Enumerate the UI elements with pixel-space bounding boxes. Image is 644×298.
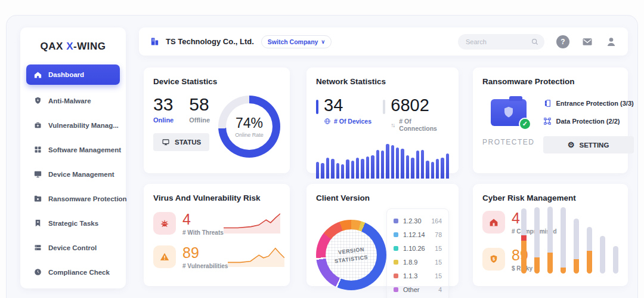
warning-icon bbox=[159, 251, 170, 262]
legend-label: 1.2.30 bbox=[403, 217, 422, 225]
bar bbox=[316, 162, 319, 179]
offline-label: Offline bbox=[189, 116, 210, 124]
legend-row: 1.12.1478 bbox=[394, 228, 442, 241]
shield-icon bbox=[501, 105, 516, 119]
setting-button[interactable]: ⚙ SETTING bbox=[543, 136, 634, 153]
card-title: Virus And Vulnerability Risk bbox=[153, 193, 280, 202]
bar bbox=[356, 158, 359, 179]
company-name: TS Technology Co., Ltd. bbox=[166, 37, 254, 46]
vulnerabilities-row: 89 # Vulnerabilities bbox=[153, 244, 280, 269]
card-title: Device Statistics bbox=[153, 77, 280, 86]
legend-value: 78 bbox=[435, 231, 442, 238]
legend-swatch bbox=[394, 246, 398, 251]
offline-value: 58 bbox=[189, 94, 210, 115]
version-legend: 1.2.301641.12.14781.10.26151.8.9151.1.31… bbox=[386, 208, 449, 298]
setting-button-label: SETTING bbox=[580, 142, 609, 149]
threats-sparkline bbox=[224, 211, 280, 236]
chevron-down-icon: ∨ bbox=[321, 39, 325, 45]
stacked-bar bbox=[574, 219, 579, 274]
sidebar-menu: DashboardAnti-MalwareVulnerability Manag… bbox=[20, 64, 126, 284]
help-icon[interactable]: ? bbox=[556, 35, 569, 48]
stacked-bar bbox=[547, 207, 553, 274]
sidebar-item-compliance-check[interactable]: Compliance Check bbox=[20, 260, 126, 284]
sidebar: QAX X-WING DashboardAnti-MalwareVulnerab… bbox=[20, 27, 126, 288]
bar bbox=[366, 156, 369, 179]
stacked-bar bbox=[613, 246, 618, 274]
home-icon bbox=[33, 70, 42, 79]
status-button-label: STATUS bbox=[175, 139, 201, 146]
bar bbox=[376, 150, 379, 179]
legend-swatch bbox=[394, 274, 398, 278]
sidebar-item-label: Strategic Tasks bbox=[48, 220, 98, 227]
sidebar-item-label: Device Control bbox=[48, 244, 97, 251]
check-badge-icon: ✓ bbox=[519, 118, 531, 130]
bar bbox=[426, 161, 429, 179]
card-ransomware-protection: Ransomware Protection ✓ PROTECTED Entran… bbox=[473, 67, 628, 173]
online-rate-caption: Online Rate bbox=[235, 132, 264, 138]
page: QAX X-WING DashboardAnti-MalwareVulnerab… bbox=[0, 0, 644, 298]
card-client-version: Client Version VERSION STATISTICS 1.2.30… bbox=[306, 184, 459, 286]
bar bbox=[391, 145, 394, 179]
search-box bbox=[458, 34, 544, 50]
bar bbox=[431, 162, 434, 179]
bar bbox=[436, 159, 439, 179]
bar bbox=[351, 161, 354, 179]
entrance-protection-label: Entrance Protection (3/3) bbox=[556, 100, 634, 107]
devices-value: 34 bbox=[324, 96, 371, 115]
bar bbox=[346, 159, 349, 179]
logo-text-2: -WING bbox=[73, 41, 106, 52]
threats-value: 4 bbox=[182, 211, 224, 228]
sidebar-item-anti-malware[interactable]: Anti-Malware bbox=[20, 88, 126, 113]
legend-label: 1.12.14 bbox=[403, 231, 425, 238]
company-building-icon bbox=[150, 36, 160, 47]
monitor-icon bbox=[33, 170, 42, 179]
sidebar-item-dashboard[interactable]: Dashboard bbox=[26, 64, 120, 85]
bar bbox=[321, 163, 324, 179]
bar bbox=[421, 150, 424, 179]
sidebar-item-label: Vulnerability Manag... bbox=[48, 122, 119, 129]
connections-stat: 6802 ↑↓ # Of Connections bbox=[383, 96, 449, 132]
stacked-bar bbox=[561, 207, 566, 274]
status-button[interactable]: STATUS bbox=[153, 133, 209, 151]
protected-folder-icon: ✓ bbox=[491, 99, 527, 126]
legend-label: 1.1.3 bbox=[403, 272, 417, 279]
bar bbox=[331, 159, 334, 179]
legend-value: 15 bbox=[435, 272, 442, 279]
risk-stacked-bar-chart bbox=[521, 205, 618, 274]
bar bbox=[411, 158, 414, 179]
user-icon[interactable] bbox=[605, 36, 617, 48]
sidebar-item-strategic-tasks[interactable]: Strategic Tasks bbox=[20, 211, 126, 235]
sidebar-item-device-control[interactable]: Device Control bbox=[20, 235, 126, 260]
legend-value: 15 bbox=[435, 259, 442, 266]
bar bbox=[371, 155, 374, 179]
app-logo: QAX X-WING bbox=[20, 27, 126, 53]
sidebar-item-vulnerability-manag[interactable]: Vulnerability Manag... bbox=[20, 113, 126, 137]
updown-arrows-icon: ↑↓ bbox=[391, 122, 396, 128]
switch-company-label: Switch Company bbox=[268, 38, 318, 45]
shield-dollar-icon: $ bbox=[488, 254, 499, 265]
door-icon bbox=[543, 99, 552, 107]
frame-icon bbox=[543, 117, 552, 125]
sidebar-item-device-management[interactable]: Device Management bbox=[20, 162, 126, 186]
folder-icon bbox=[33, 194, 42, 203]
sidebar-item-label: Software Management bbox=[48, 146, 121, 153]
data-protection-row: Data Protection (2/2) bbox=[543, 117, 634, 125]
sidebar-item-ransomware-protection[interactable]: Ransomware Protection bbox=[20, 186, 126, 211]
legend-row: Other4 bbox=[394, 282, 442, 296]
bar bbox=[441, 158, 444, 179]
mail-icon[interactable] bbox=[581, 36, 593, 48]
legend-value: 164 bbox=[431, 217, 442, 225]
switch-company-button[interactable]: Switch Company ∨ bbox=[261, 35, 332, 48]
offline-stat: 58 Offline bbox=[189, 94, 210, 124]
online-label: Online bbox=[153, 116, 174, 124]
stacked-bar bbox=[534, 207, 540, 274]
bar bbox=[406, 155, 409, 179]
bar bbox=[386, 144, 389, 179]
search-icon[interactable] bbox=[531, 38, 539, 46]
connections-bar-chart bbox=[316, 142, 449, 179]
stacked-bar bbox=[521, 208, 527, 274]
legend-swatch bbox=[394, 219, 398, 223]
sidebar-item-software-management[interactable]: Software Management bbox=[20, 137, 126, 162]
card-device-statistics: Device Statistics 33 Online 58 Offline S… bbox=[144, 67, 290, 173]
bar bbox=[401, 149, 404, 179]
